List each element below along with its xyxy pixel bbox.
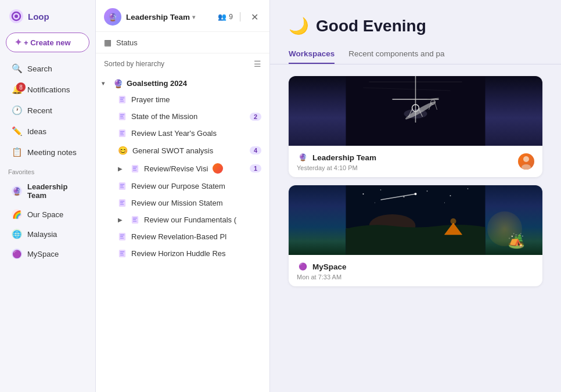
our-space-icon: 🌈 [12, 209, 22, 220]
list-item-prayer-time[interactable]: Prayer time [96, 91, 269, 108]
card-user-avatar [518, 153, 534, 170]
svg-rect-30 [133, 221, 137, 221]
list-item-review-revelation[interactable]: Review Revelation-Based Pl [96, 228, 269, 245]
svg-point-59 [450, 195, 451, 196]
svg-rect-21 [120, 186, 124, 186]
list-item-label: Review Last Year's Goals [131, 129, 217, 138]
item-badge: 1 [250, 164, 261, 172]
svg-rect-32 [120, 235, 125, 235]
card-info: 🟣 MySpace Mon at 7:33 AM [289, 255, 542, 286]
workspace-name-header[interactable]: Leadership Team ▾ [126, 13, 195, 21]
filter-icon[interactable]: ☰ [254, 59, 261, 69]
meeting-notes-icon: 📋 [12, 147, 22, 157]
leadership-team-icon: 🔮 [12, 186, 22, 196]
svg-rect-8 [120, 114, 125, 115]
svg-rect-13 [120, 133, 124, 134]
svg-point-71 [451, 218, 456, 224]
list-item-review-purpose[interactable]: Review our Purpose Statem [96, 178, 269, 195]
svg-rect-6 [120, 100, 124, 101]
page-icon [118, 249, 127, 258]
svg-rect-38 [120, 254, 124, 255]
create-new-label: + Create new [24, 38, 71, 47]
list-item-label: State of the Mission [131, 112, 197, 121]
svg-point-52 [523, 156, 529, 162]
svg-rect-20 [120, 184, 125, 185]
list-item-review-horizon[interactable]: Review Horizon Huddle Res [96, 245, 269, 262]
close-panel-button[interactable]: ✕ [247, 10, 261, 24]
svg-rect-18 [133, 170, 137, 170]
tab-recent-components[interactable]: Recent components and pa [348, 45, 444, 64]
greeting-emoji: 🌙 [289, 16, 309, 35]
svg-point-42 [404, 109, 427, 118]
list-item-state-mission[interactable]: State of the Mission 2 [96, 108, 269, 125]
list-group-header[interactable]: ▾ 🔮 Goalsetting 2024 ⋯ [96, 74, 269, 91]
middle-panel: 🔮 Leadership Team ▾ 👥 9 ✕ ▦ Status Sorte… [96, 0, 270, 392]
card-name-label: Leadership Team [312, 153, 376, 162]
svg-rect-5 [120, 99, 124, 100]
workspace-cards-list: 🔮 Leadership Team Yesterday at 4:10 PM [270, 64, 561, 298]
list-item-label: Review our Purpose Statem [131, 182, 225, 190]
sidebar-item-label: Ideas [27, 127, 46, 136]
sidebar-item-label: Notifications [27, 85, 70, 94]
plus-icon: ✦ [15, 37, 22, 48]
sidebar-item-notifications[interactable]: 🔔 8 Notifications [3, 80, 92, 99]
chevron-down-icon: ▾ [192, 14, 195, 20]
card-workspace-icon: 🔮 [297, 152, 308, 163]
workspace-card-leadership[interactable]: 🔮 Leadership Team Yesterday at 4:10 PM [289, 76, 542, 177]
card-workspace-name: 🟣 MySpace [297, 261, 347, 272]
swot-emoji-icon: 😊 [118, 146, 128, 155]
sidebar-item-malaysia[interactable]: 🌐 Malaysia [3, 225, 92, 243]
sidebar-item-search[interactable]: 🔍 Search [3, 59, 92, 78]
ideas-icon: ✏️ [12, 126, 22, 136]
panel-status-row[interactable]: ▦ Status [96, 32, 269, 53]
card-workspace-name: 🔮 Leadership Team [297, 152, 376, 163]
svg-rect-4 [120, 98, 125, 98]
status-label: Status [116, 38, 138, 47]
sidebar-item-myspace[interactable]: 🟣 MySpace [3, 244, 92, 263]
svg-point-61 [375, 202, 375, 203]
right-tabs: Workspaces Recent components and pa [270, 45, 561, 64]
sidebar-item-meeting-notes[interactable]: 📋 Meeting notes [3, 142, 92, 162]
people-icon: 👥 [218, 13, 226, 21]
app-logo: Loop [0, 5, 95, 30]
sidebar-item-ideas[interactable]: ✏️ Ideas [3, 121, 92, 141]
sidebar-item-our-space[interactable]: 🌈 Our Space [3, 205, 92, 224]
svg-rect-12 [120, 131, 125, 132]
panel-sort-row: Sorted by hierarchy ☰ [96, 53, 269, 72]
list-item-label: Review our Mission Statem [131, 199, 223, 207]
expand-icon: ▾ [102, 80, 110, 87]
list-item-label: Review our Fundamentals ( [144, 215, 236, 224]
svg-point-60 [468, 188, 469, 189]
svg-rect-36 [120, 251, 125, 252]
right-header: 🌙 Good Evening [270, 0, 561, 45]
list-item-review-mission[interactable]: Review our Mission Statem [96, 195, 269, 211]
page-icon [118, 112, 127, 121]
svg-rect-22 [120, 187, 124, 188]
workspace-card-myspace[interactable]: 🟣 MySpace Mon at 7:33 AM [289, 185, 542, 286]
tab-workspaces[interactable]: Workspaces [289, 45, 335, 64]
sidebar: Loop ✦ + Create new 🔍 Search 🔔 8 Notific… [0, 0, 96, 392]
panel-header: 🔮 Leadership Team ▾ 👥 9 ✕ [96, 0, 269, 32]
list-item-review-fundamentals[interactable]: ▶ Review our Fundamentals ( [96, 211, 269, 228]
list-item-label: Prayer time [131, 95, 170, 104]
svg-rect-9 [120, 116, 124, 117]
svg-point-56 [380, 189, 382, 190]
card-image-night [289, 185, 542, 255]
group-icon: 🔮 [113, 79, 123, 88]
greeting-text: Good Evening [316, 17, 426, 35]
list-item-swot[interactable]: 😊 General SWOT analysis 4 [96, 142, 269, 159]
page-icon [131, 215, 139, 224]
sidebar-item-recent[interactable]: 🕐 Recent [3, 100, 92, 120]
sidebar-fav-label: MySpace [27, 250, 59, 258]
create-new-button[interactable]: ✦ + Create new [6, 33, 89, 52]
item-user-avatar [213, 163, 223, 174]
list-item-review-visi[interactable]: ▶ Review/Revise Visi 1 [96, 159, 269, 178]
sidebar-item-leadership-team[interactable]: 🔮 Leadership Team [3, 178, 92, 204]
svg-point-57 [404, 196, 405, 197]
malaysia-icon: 🌐 [12, 229, 22, 239]
list-item-review-goals[interactable]: Review Last Year's Goals [96, 125, 269, 142]
page-icon [131, 164, 139, 173]
svg-point-58 [427, 190, 428, 192]
aerial-art [289, 76, 542, 146]
svg-rect-34 [120, 238, 124, 238]
